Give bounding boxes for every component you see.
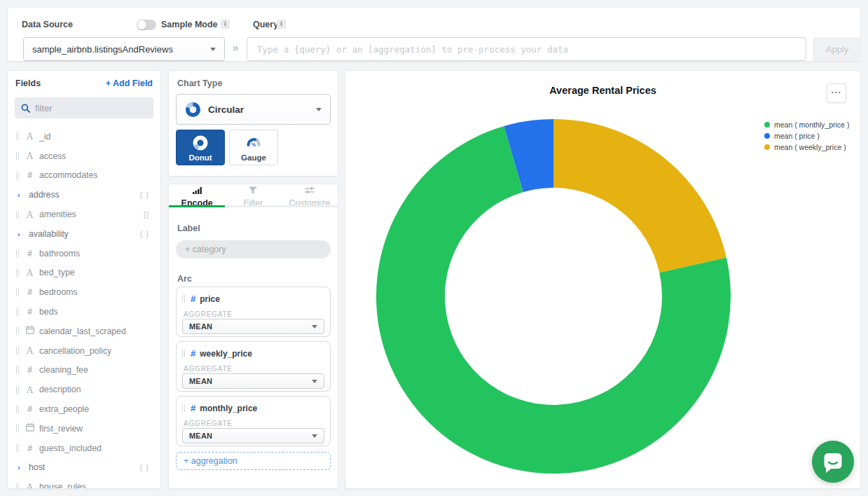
field-row-guests_included[interactable]: #guests_included: [8, 439, 160, 458]
query-info-icon[interactable]: i: [277, 20, 286, 29]
gauge-icon: %: [245, 135, 262, 153]
tab-encode[interactable]: Encode: [169, 184, 225, 207]
drag-handle-icon[interactable]: [16, 289, 20, 296]
data-source-label: Data Source: [22, 20, 73, 29]
field-name: description: [39, 385, 81, 394]
donut-slice-meanweekly_price[interactable]: [553, 119, 726, 273]
encode-tabs: EncodeFilterCustomize: [169, 184, 338, 207]
drag-handle-icon[interactable]: [182, 350, 186, 357]
field-row-_id[interactable]: A_id: [8, 127, 160, 146]
channel-header[interactable]: #weekly_price: [177, 342, 330, 359]
field-name: calendar_last_scraped: [39, 326, 126, 336]
field-row-host[interactable]: ›host{ }: [8, 458, 160, 478]
arc-channels: #priceAGGREGATEMEAN#weekly_priceAGGREGAT…: [176, 287, 331, 450]
arc-channel-monthly_price: #monthly_priceAGGREGATEMEAN: [176, 396, 331, 446]
expand-chevron-icon[interactable]: ›: [18, 463, 25, 471]
field-row-accommodates[interactable]: #accommodates: [8, 166, 160, 186]
channel-header[interactable]: #price: [177, 287, 330, 304]
drag-handle-icon[interactable]: [16, 327, 20, 335]
toggle-knob: [137, 20, 146, 29]
channel-header[interactable]: #monthly_price: [177, 397, 330, 413]
field-name: house_rules: [39, 482, 86, 489]
drag-handle-icon[interactable]: [16, 211, 20, 219]
drag-handle-icon[interactable]: [16, 308, 20, 316]
query-label: Query: [253, 20, 278, 29]
expand-chevron-icon[interactable]: ›: [18, 191, 25, 199]
field-row-access[interactable]: Aaccess: [8, 146, 160, 166]
drag-handle-icon[interactable]: [16, 425, 20, 432]
data-source-select[interactable]: sample_airbnb.listingsAndReviews: [23, 37, 225, 61]
field-row-bathrooms[interactable]: #bathrooms: [8, 244, 160, 263]
field-row-beds[interactable]: #beds: [8, 302, 160, 322]
legend-label: mean ( price ): [774, 132, 820, 140]
field-name: extra_people: [39, 404, 89, 414]
field-name: _id: [39, 132, 50, 142]
drag-handle-icon[interactable]: [182, 404, 186, 412]
aggregate-value: MEAN: [189, 322, 212, 331]
drag-handle-icon[interactable]: [16, 249, 20, 257]
fields-title: Fields: [15, 78, 41, 88]
active-tab-indicator: [169, 205, 225, 207]
add-field-button[interactable]: + Add Field: [106, 78, 153, 88]
drag-handle-icon[interactable]: [16, 483, 20, 489]
aggregate-select-monthly_price[interactable]: MEAN: [182, 428, 324, 443]
string-type-icon: A: [25, 209, 35, 220]
number-type-icon: #: [25, 287, 35, 297]
field-filter-box[interactable]: [15, 97, 153, 118]
apply-button[interactable]: Apply: [813, 37, 862, 61]
number-type-icon: #: [191, 294, 195, 304]
field-row-availability[interactable]: ›availability{ }: [8, 224, 160, 244]
aggregate-select-price[interactable]: MEAN: [182, 319, 324, 334]
field-name: cancellation_policy: [39, 346, 111, 356]
chevron-down-icon: [312, 325, 317, 329]
drag-handle-icon[interactable]: [16, 386, 20, 394]
field-row-house_rules[interactable]: Ahouse_rules: [8, 477, 160, 489]
drag-handle-icon[interactable]: [182, 295, 186, 303]
field-name: address: [29, 190, 60, 200]
label-category-dropzone[interactable]: + category: [176, 240, 331, 259]
sample-mode-info-icon[interactable]: i: [221, 20, 230, 29]
field-row-bedrooms[interactable]: #bedrooms: [8, 282, 160, 302]
drag-handle-icon[interactable]: [16, 269, 20, 277]
field-row-first_review[interactable]: first_review: [8, 419, 160, 439]
string-type-icon: A: [25, 482, 35, 489]
field-row-address[interactable]: ›address{ }: [8, 185, 160, 205]
field-name: bed_type: [39, 268, 75, 277]
drag-handle-icon[interactable]: [16, 347, 20, 354]
tab-filter[interactable]: Filter: [225, 184, 281, 207]
number-type-icon: #: [25, 443, 35, 453]
query-input[interactable]: [247, 37, 806, 61]
field-row-calendar_last_scraped[interactable]: calendar_last_scraped: [8, 322, 160, 341]
field-row-description[interactable]: Adescription: [8, 380, 160, 399]
expand-chevron-icon[interactable]: ›: [18, 230, 25, 238]
field-row-amenities[interactable]: Aamenities[]: [8, 205, 160, 224]
field-row-cleaning_fee[interactable]: #cleaning_fee: [8, 361, 160, 380]
drag-handle-icon[interactable]: [16, 366, 20, 374]
bars-icon: [191, 184, 202, 197]
legend-label: mean ( monthly_price ): [774, 120, 849, 129]
chart-type-select[interactable]: Circular: [176, 94, 331, 125]
subtype-button-donut[interactable]: Donut: [176, 130, 225, 165]
data-source-value: sample_airbnb.listingsAndReviews: [32, 44, 173, 55]
drag-handle-icon[interactable]: [16, 132, 20, 140]
field-type-badge: { }: [140, 230, 149, 238]
tab-customize[interactable]: Customize: [282, 184, 338, 207]
chat-widget-button[interactable]: [812, 441, 854, 483]
sample-mode-toggle[interactable]: [137, 20, 156, 30]
field-row-cancellation_policy[interactable]: Acancellation_policy: [8, 341, 160, 361]
aggregate-value: MEAN: [189, 432, 212, 440]
aggregate-select-weekly_price[interactable]: MEAN: [182, 373, 324, 389]
drag-handle-icon[interactable]: [16, 172, 20, 179]
field-type-badge: []: [144, 210, 149, 219]
aggregate-value: MEAN: [189, 377, 212, 385]
drag-handle-icon[interactable]: [16, 152, 20, 160]
drag-handle-icon[interactable]: [16, 406, 20, 413]
field-filter-input[interactable]: [35, 103, 140, 113]
aggregate-label: AGGREGATE: [184, 365, 233, 373]
field-row-extra_people[interactable]: #extra_people: [8, 399, 160, 419]
tab-underline: [169, 205, 338, 207]
field-row-bed_type[interactable]: Abed_type: [8, 263, 160, 283]
subtype-button-gauge[interactable]: %Gauge: [229, 130, 278, 165]
add-aggregation-button[interactable]: + aggregation: [176, 452, 331, 470]
drag-handle-icon[interactable]: [16, 444, 20, 452]
